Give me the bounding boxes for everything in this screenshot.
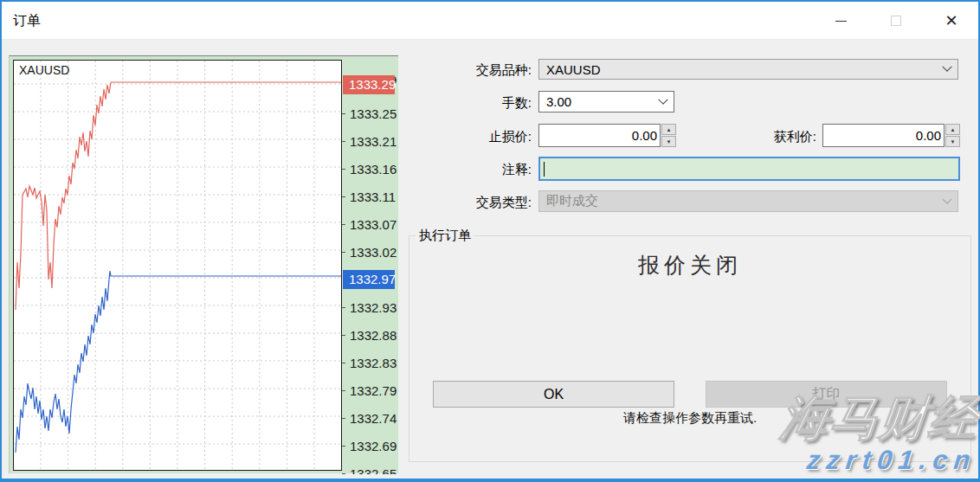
minimize-icon bbox=[835, 21, 847, 22]
price-tick: 1332.65 bbox=[342, 460, 399, 474]
comment-input[interactable] bbox=[538, 157, 960, 181]
close-button[interactable]: ✕ bbox=[925, 2, 978, 40]
price-tick: 1332.93 bbox=[342, 293, 399, 321]
stop-loss-field: ▲ ▼ bbox=[538, 124, 676, 147]
price-tick: 1332.88 bbox=[342, 321, 399, 349]
bid-line bbox=[16, 271, 341, 453]
price-tick: 1333.25 bbox=[342, 100, 399, 127]
chart-symbol-label: XAUUSD bbox=[19, 63, 69, 77]
price-tick: 1333.02 bbox=[342, 238, 399, 266]
close-icon: ✕ bbox=[945, 11, 957, 30]
maximize-button bbox=[869, 2, 923, 40]
comment-label: 注释: bbox=[400, 162, 532, 178]
volume-label: 手数: bbox=[400, 95, 532, 112]
bid-price-badge: 1332.97 bbox=[343, 270, 395, 289]
spin-up-button[interactable]: ▲ bbox=[945, 124, 960, 135]
order-dialog-window: 订单 ✕ XAUUSD 1333.29 1333.29 1332.97 1333… bbox=[0, 0, 980, 482]
title-bar: 订单 ✕ bbox=[2, 2, 978, 40]
price-tick: 1333.07 bbox=[342, 210, 399, 238]
take-profit-spinner: ▲ ▼ bbox=[945, 124, 960, 147]
volume-select[interactable]: 3.00 bbox=[538, 91, 674, 112]
watermark-site: zzrt01.cn bbox=[805, 445, 977, 476]
price-tick: 1332.83 bbox=[342, 349, 399, 376]
quotes-closed-message: 报价关闭 bbox=[409, 251, 971, 280]
window-title: 订单 bbox=[13, 12, 41, 30]
order-type-select: 即时成交 bbox=[538, 190, 958, 212]
symbol-value: XAUUSD bbox=[546, 62, 601, 77]
price-tick: 1332.79 bbox=[342, 376, 399, 404]
execution-group-title: 执行订单 bbox=[416, 228, 474, 244]
order-type-label: 交易类型: bbox=[400, 195, 532, 211]
stop-loss-input[interactable] bbox=[538, 124, 661, 147]
maximize-icon bbox=[891, 16, 901, 26]
stop-loss-spinner: ▲ ▼ bbox=[661, 124, 676, 147]
price-tick: 1332.74 bbox=[342, 404, 399, 432]
take-profit-label: 获利价: bbox=[712, 129, 816, 145]
chevron-down-icon bbox=[658, 94, 667, 104]
price-tick: 1332.69 bbox=[342, 432, 399, 460]
ok-button[interactable]: OK bbox=[433, 381, 674, 408]
spin-down-button[interactable]: ▼ bbox=[945, 136, 960, 147]
text-caret bbox=[544, 162, 545, 177]
ask-price-badge: 1333.29 bbox=[343, 75, 395, 94]
stop-loss-label: 止损价: bbox=[400, 129, 532, 145]
spin-up-button[interactable]: ▲ bbox=[661, 124, 676, 135]
spin-down-button[interactable]: ▼ bbox=[661, 136, 676, 147]
symbol-select[interactable]: XAUUSD bbox=[538, 59, 958, 80]
symbol-label: 交易品种: bbox=[400, 62, 532, 79]
order-type-value: 即时成交 bbox=[546, 193, 598, 209]
minimize-button[interactable] bbox=[814, 2, 867, 40]
volume-value: 3.00 bbox=[546, 94, 571, 109]
watermark-brand: 海马财经 bbox=[777, 386, 980, 452]
price-ticks-lower: 1332.93 1332.88 1332.83 1332.79 1332.74 … bbox=[342, 293, 399, 474]
take-profit-field: ▲ ▼ bbox=[822, 124, 960, 147]
tick-chart-plot: XAUUSD bbox=[13, 60, 342, 471]
chevron-down-icon bbox=[942, 194, 951, 203]
price-tick: 1333.11 bbox=[342, 183, 399, 210]
price-scale: 1333.29 1333.29 1332.97 1333.25 1333.21 … bbox=[342, 60, 399, 474]
chart-lines bbox=[14, 61, 341, 470]
take-profit-input[interactable] bbox=[822, 124, 945, 147]
quote-chart-panel: XAUUSD 1333.29 1333.29 1332.97 1333.25 1… bbox=[9, 55, 398, 473]
price-tick: 1333.21 bbox=[342, 127, 399, 155]
price-ticks-upper: 1333.25 1333.21 1333.16 1333.11 1333.07 … bbox=[342, 100, 399, 266]
price-tick: 1333.16 bbox=[342, 155, 399, 183]
chevron-down-icon bbox=[942, 62, 951, 72]
